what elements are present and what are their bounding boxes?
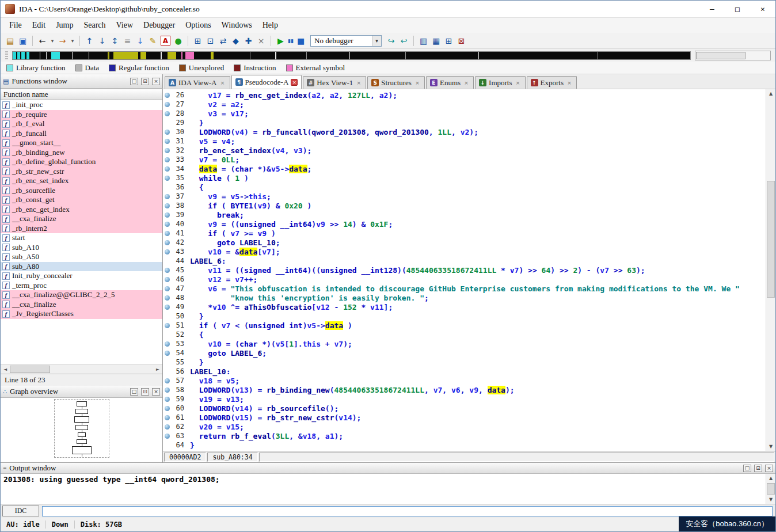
open-database-icon[interactable]: ▤ — [4, 35, 16, 47]
text-search-icon[interactable]: A — [161, 36, 170, 45]
functions-maximize-icon[interactable]: □ — [130, 78, 138, 85]
tab-close-icon[interactable]: × — [219, 79, 226, 86]
graph-close-icon[interactable]: × — [152, 388, 160, 396]
menu-edit[interactable]: Edit — [27, 19, 51, 32]
debugger-windows-icon[interactable]: ▥ — [417, 35, 429, 47]
code-text[interactable]: { — [184, 330, 203, 339]
tab-exports[interactable]: ↑Exports× — [527, 76, 577, 89]
output-close-icon[interactable]: × — [765, 465, 773, 472]
idc-input[interactable] — [42, 506, 773, 516]
code-text[interactable]: v11 = ((signed __int64)((unsigned __int1… — [184, 266, 645, 275]
tab-close-icon[interactable]: × — [463, 79, 470, 86]
tab-ida-view-a[interactable]: AIDA View-A× — [165, 76, 230, 89]
code-text[interactable]: v2 = a2; — [184, 100, 244, 109]
pause-process-icon[interactable]: ▮▮ — [287, 35, 294, 47]
code-vscroll-track[interactable] — [766, 98, 775, 442]
tab-close-icon[interactable]: × — [355, 79, 362, 86]
function-row[interactable]: f_term_proc — [1, 281, 162, 291]
code-text[interactable]: LODWORD(v13) = rb_binding_new(4854406335… — [184, 386, 515, 394]
tab-close-icon[interactable]: × — [291, 79, 298, 86]
code-text[interactable]: LABEL_6: — [184, 257, 226, 265]
output-vscrollbar[interactable]: ▲ ▼ — [766, 474, 775, 504]
code-text[interactable]: v7 = 0LL; — [184, 155, 239, 164]
pseudocode-view[interactable]: 26 v17 = rb_enc_get_index(a2, a2, 127LL,… — [163, 89, 766, 451]
chevron-down-icon[interactable]: ▾ — [372, 36, 381, 46]
scroll-left-icon[interactable]: ◄ — [1, 365, 10, 374]
menu-debugger[interactable]: Debugger — [138, 19, 180, 32]
tab-enums[interactable]: EEnums× — [426, 76, 474, 89]
jump-next-icon[interactable]: ↓ — [134, 35, 146, 47]
graph-float-icon[interactable]: ⊡ — [141, 388, 149, 396]
code-text[interactable]: v17 = rb_enc_get_index(a2, a2, 127LL, a2… — [184, 91, 397, 100]
code-text[interactable]: v10 = (char *)(v5[1].this + v7); — [184, 340, 352, 348]
code-text[interactable]: } — [184, 312, 203, 321]
code-vscroll-thumb[interactable] — [767, 181, 775, 298]
function-row[interactable]: fstart — [1, 233, 162, 243]
tab-pseudocode-a[interactable]: ¶Pseudocode-A× — [231, 75, 302, 89]
function-row[interactable]: f_rb_intern2 — [1, 224, 162, 234]
jump-up-icon[interactable]: ↑ — [83, 35, 96, 47]
debugger-select[interactable]: No debugger▾ — [310, 35, 382, 47]
apply-type-icon[interactable]: ◆ — [230, 35, 242, 47]
delete-icon[interactable]: × — [255, 35, 267, 47]
function-row[interactable]: fsub_A80 — [1, 262, 162, 272]
navband-scroll-thumb[interactable] — [696, 52, 745, 59]
output-maximize-icon[interactable]: □ — [743, 465, 751, 472]
forward-icon[interactable]: → — [56, 35, 69, 47]
output-scroll-down-icon[interactable]: ▼ — [766, 495, 775, 504]
back-history-icon[interactable]: ▾ — [49, 35, 56, 47]
function-row[interactable]: f_rb_const_get — [1, 195, 162, 205]
jump-updown-icon[interactable]: ↕ — [109, 35, 121, 47]
edit-type-icon[interactable]: ⊡ — [204, 35, 216, 47]
scroll-up-icon[interactable]: ▲ — [766, 89, 775, 98]
code-text[interactable]: } — [184, 119, 203, 127]
code-text[interactable]: v9 = ((unsigned __int64)v9 >> 14) & 0x1F… — [184, 220, 393, 229]
function-row[interactable]: f_rb_enc_get_index — [1, 205, 162, 215]
code-text[interactable]: goto LABEL_10; — [184, 238, 280, 247]
breakpoints-icon[interactable]: ▦ — [430, 35, 442, 47]
code-text[interactable]: v10 = &data[v7]; — [184, 248, 280, 256]
step-into-icon[interactable]: ↪ — [385, 35, 397, 47]
code-text[interactable]: LODWORD(v4) = rb_funcall(qword_201308, q… — [184, 128, 478, 136]
output-log-text[interactable]: 201308: using guessed type __int64 qword… — [1, 474, 766, 504]
code-text[interactable]: v5 = v4; — [184, 137, 235, 146]
produce-output-icon[interactable]: ≡ — [121, 35, 134, 47]
close-button[interactable]: × — [750, 1, 775, 17]
code-text[interactable]: data = (char *)&v5->data; — [184, 165, 311, 173]
rename-icon[interactable]: ✚ — [242, 35, 254, 47]
output-vscroll-thumb[interactable] — [767, 483, 775, 495]
functions-close-icon[interactable]: × — [152, 78, 160, 85]
code-text[interactable]: } — [184, 441, 195, 450]
menu-view[interactable]: View — [111, 19, 138, 32]
menu-search[interactable]: Search — [78, 19, 111, 32]
function-row[interactable]: fInit_ruby_concealer — [1, 271, 162, 281]
function-row[interactable]: f_rb_sourcefile — [1, 186, 162, 196]
function-row[interactable]: f_rb_str_new_cstr — [1, 167, 162, 177]
function-row[interactable]: f_init_proc — [1, 100, 162, 110]
function-row[interactable]: f_rb_define_global_function — [1, 157, 162, 167]
minimize-button[interactable]: – — [699, 1, 725, 17]
code-text[interactable]: } — [184, 358, 203, 367]
code-text[interactable]: "know this 'encryption' is easily broken… — [184, 294, 429, 302]
functions-column-header[interactable]: Function name — [1, 89, 162, 100]
code-text[interactable]: v6 = "This obfuscation is intended to di… — [184, 284, 740, 293]
tab-hex-view-1[interactable]: #Hex View-1× — [303, 76, 366, 89]
save-database-icon[interactable]: ▣ — [17, 35, 29, 47]
code-text[interactable]: return rb_f_eval(3LL, &v18, a1); — [184, 432, 343, 440]
function-row[interactable]: f_rb_f_eval — [1, 119, 162, 129]
function-row[interactable]: fsub_A50 — [1, 252, 162, 262]
code-text[interactable]: v3 = v17; — [184, 109, 249, 118]
menu-help[interactable]: Help — [257, 19, 283, 32]
tab-close-icon[interactable]: × — [515, 79, 522, 86]
code-text[interactable]: { — [184, 183, 203, 192]
function-row[interactable]: f_rb_enc_set_index — [1, 176, 162, 186]
scroll-right-icon[interactable]: ► — [153, 365, 162, 374]
menu-jump[interactable]: Jump — [51, 19, 78, 32]
step-over-icon[interactable]: ↩ — [398, 35, 410, 47]
highlight-icon[interactable]: ✎ — [147, 35, 159, 47]
function-row[interactable]: f__cxa_finalize — [1, 214, 162, 224]
function-row[interactable]: f_rb_funcall — [1, 129, 162, 139]
graph-overview-canvas[interactable] — [1, 398, 162, 462]
code-text[interactable]: *v10 ^= aThisObfuscatio[v12 - 152 * v11]… — [184, 303, 393, 311]
toolbar-grip[interactable] — [5, 51, 8, 59]
